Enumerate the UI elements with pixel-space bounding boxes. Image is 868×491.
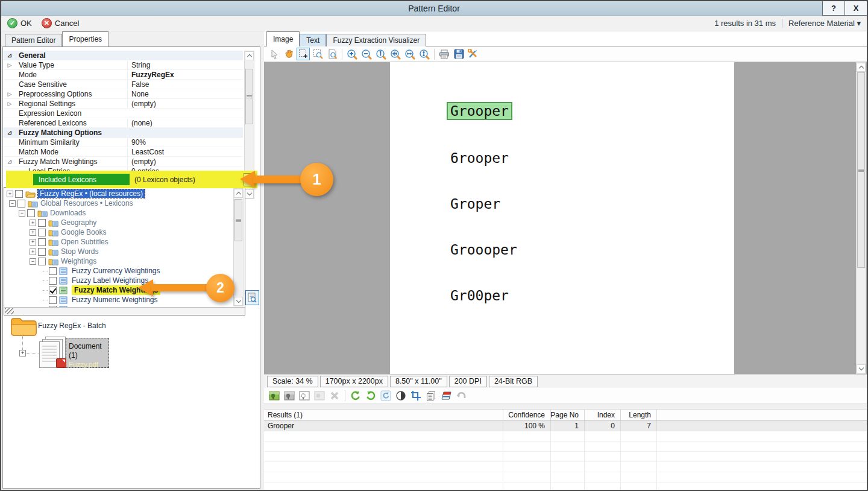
checkbox[interactable]: [49, 296, 57, 304]
property-row[interactable]: Match Mode LeastCost: [3, 147, 243, 157]
cancel-button[interactable]: ✕ Cancel: [42, 18, 79, 28]
zoom-fit-height-icon[interactable]: [418, 48, 431, 60]
zoom-out-icon[interactable]: [360, 48, 373, 60]
document-node-selected[interactable]: Document (1) Fuzzy.pdf: [66, 338, 109, 368]
expand-icon[interactable]: ▷: [8, 62, 12, 68]
expander-icon[interactable]: +: [30, 220, 36, 226]
checkbox[interactable]: [38, 238, 46, 246]
property-row[interactable]: Expression Lexicon: [3, 109, 243, 118]
zoom-fit-icon[interactable]: [389, 48, 402, 60]
scrollbar-thumb[interactable]: [245, 69, 253, 124]
scrollbar-thumb[interactable]: [234, 199, 242, 241]
expander-icon[interactable]: −: [9, 200, 16, 207]
tab-properties[interactable]: Properties: [62, 31, 108, 46]
tab-pattern-editor[interactable]: Pattern Editor: [5, 34, 62, 46]
property-row[interactable]: Case Sensitive False: [3, 80, 243, 89]
tree-item-google-books[interactable]: + Google Books: [4, 227, 233, 237]
close-button[interactable]: X: [844, 1, 867, 16]
pointer-icon[interactable]: [268, 48, 281, 60]
property-row[interactable]: Referenced Lexicons (none): [3, 118, 243, 128]
refresh-icon[interactable]: [379, 390, 392, 402]
crop-icon[interactable]: [409, 390, 423, 402]
column-results[interactable]: Results (1): [264, 410, 503, 420]
tab-text[interactable]: Text: [300, 34, 326, 46]
expander-icon[interactable]: +: [30, 239, 36, 246]
tree-item-stop-words[interactable]: + Stop Words: [4, 247, 233, 256]
column-page-no[interactable]: Page No: [551, 410, 585, 420]
expand-icon[interactable]: ▷: [8, 101, 12, 107]
color-image-icon[interactable]: [268, 390, 281, 402]
checkbox-checked[interactable]: [49, 287, 57, 294]
zoom-actual-icon[interactable]: [374, 48, 388, 60]
column-confidence[interactable]: Confidence: [503, 410, 551, 420]
rotate-cw-icon[interactable]: [364, 390, 377, 402]
checkbox[interactable]: [17, 200, 25, 207]
pan-hand-icon[interactable]: [282, 48, 295, 60]
tree-item-weightings[interactable]: − Weightings: [4, 256, 233, 266]
expander-icon[interactable]: −: [19, 210, 25, 217]
checkbox[interactable]: [27, 209, 35, 217]
collapse-icon[interactable]: ⊿: [7, 130, 12, 136]
expander-icon[interactable]: +: [30, 249, 36, 255]
checkbox[interactable]: [38, 219, 46, 227]
bw-image-icon[interactable]: [298, 390, 311, 402]
tab-image[interactable]: Image: [266, 31, 300, 46]
zoom-page-icon[interactable]: [326, 48, 339, 60]
scroll-down-button[interactable]: [234, 297, 243, 306]
help-button[interactable]: ?: [822, 1, 844, 16]
zoom-selection-icon[interactable]: [311, 48, 324, 60]
document-page[interactable]: Grooper 6rooper Groper Groooper Gr00per: [390, 62, 734, 374]
property-row[interactable]: Mode FuzzyRegEx: [3, 70, 243, 80]
resize-grip-icon[interactable]: [5, 308, 14, 314]
category-row[interactable]: ⊿ General: [3, 51, 243, 60]
tree-item-open-subtitles[interactable]: + Open Subtitles: [4, 237, 233, 247]
copy-pages-icon[interactable]: [424, 390, 438, 402]
scroll-down-button[interactable]: [857, 364, 866, 373]
zoom-fit-width-icon[interactable]: [403, 48, 417, 60]
scroll-up-button[interactable]: [245, 51, 254, 60]
expand-icon[interactable]: ▷: [8, 91, 12, 97]
scrollbar-thumb[interactable]: [857, 72, 865, 268]
splitter[interactable]: [264, 404, 867, 410]
result-row[interactable]: Grooper 100 % 1 0 7: [264, 420, 867, 431]
checkbox[interactable]: [15, 190, 23, 198]
tree-item-downloads[interactable]: − Downloads: [4, 208, 233, 218]
contrast-icon[interactable]: [394, 390, 407, 402]
column-index[interactable]: Index: [585, 410, 621, 420]
rotate-ccw-icon[interactable]: [349, 390, 362, 402]
match-line[interactable]: Grooper: [450, 103, 512, 119]
preview-button[interactable]: [245, 290, 259, 305]
scroll-up-button[interactable]: [857, 63, 866, 72]
scroll-up-button[interactable]: [234, 189, 243, 198]
popup-resize-bar[interactable]: [4, 307, 245, 315]
document-pages-icon[interactable]: [39, 337, 68, 368]
expander-icon[interactable]: +: [30, 229, 36, 236]
collapse-icon[interactable]: ⊿: [7, 52, 12, 59]
reference-material-menu[interactable]: Reference Material ▾: [788, 19, 861, 28]
property-row[interactable]: ▷ Preprocessing Options None: [3, 89, 243, 99]
viewer-scrollbar[interactable]: [856, 62, 866, 374]
match-highlight[interactable]: Grooper: [447, 102, 512, 120]
deskew-icon[interactable]: [439, 390, 453, 402]
print-icon[interactable]: [438, 48, 451, 60]
expander-icon[interactable]: +: [19, 350, 26, 356]
tree-item-global-resources[interactable]: − Global Resources • Lexicons: [4, 198, 233, 208]
scroll-down-button[interactable]: [245, 189, 254, 198]
tree-item-geography[interactable]: + Geography: [4, 218, 233, 227]
checkbox[interactable]: [49, 277, 57, 285]
checkbox[interactable]: [38, 229, 46, 236]
grayscale-image-icon[interactable]: [283, 390, 296, 402]
column-length[interactable]: Length: [621, 410, 657, 420]
category-row[interactable]: ⊿ Fuzzy Matching Options: [3, 128, 243, 138]
save-icon[interactable]: [452, 48, 465, 60]
property-row[interactable]: ▷ Value Type String: [3, 60, 243, 70]
tree-item-fuzzy-numeric-weightings[interactable]: Fuzzy Numeric Weightings: [4, 295, 233, 305]
ok-button[interactable]: ✓ OK: [7, 18, 32, 28]
property-row[interactable]: Minimum Similarity 90%: [3, 138, 243, 147]
select-zone-icon[interactable]: [297, 48, 310, 60]
expander-icon[interactable]: +: [7, 191, 13, 197]
checkbox[interactable]: [38, 258, 46, 265]
tree-item-fuzzy-currency-weightings[interactable]: Fuzzy Currency Weightings: [4, 266, 233, 276]
tree-item-fuzzy-regex[interactable]: + Fuzzy RegEx • (local resources): [4, 189, 233, 198]
property-row[interactable]: ⊿ Fuzzy Match Weightings (empty): [3, 157, 243, 166]
